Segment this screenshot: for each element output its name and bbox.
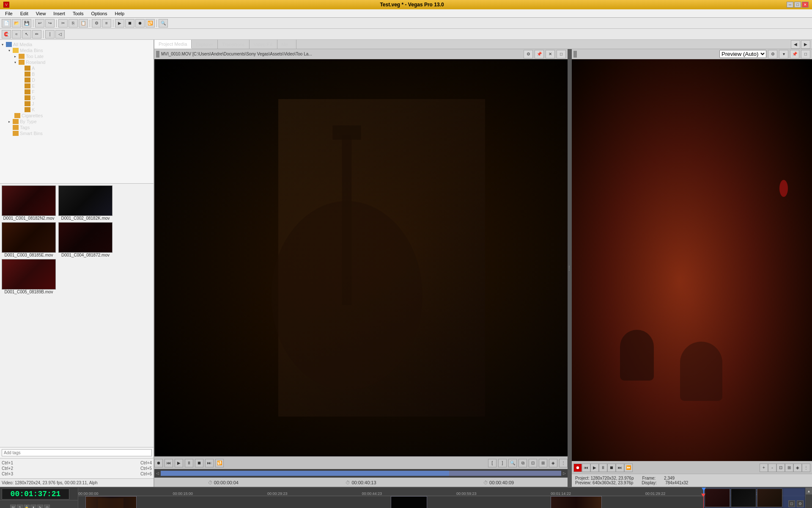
edit-button[interactable]: ✏ [32,30,41,39]
preview-safe-areas-button[interactable]: ⊡ [529,459,537,467]
video-clip-2[interactable] [391,496,427,508]
paste-button[interactable]: 📋 [79,19,88,28]
right-stop-button[interactable]: ⏹ [607,464,616,472]
timebar-track[interactable] [161,471,561,476]
right-zoom-in-button[interactable]: + [760,464,768,472]
menu-tools[interactable]: Tools [69,11,87,17]
preview-grid-button[interactable]: ⊞ [539,459,547,467]
close-button[interactable]: ✕ [802,2,809,8]
preview-options-button[interactable]: ⚙ [524,50,533,58]
tree-item-e[interactable]: E [2,83,152,89]
preview-timebar[interactable]: ◁ ▷ [154,469,568,478]
menu-edit[interactable]: Edit [17,11,32,17]
tree-item-too-late[interactable]: ▸ Too Late [2,53,152,59]
preview-out-point-button[interactable]: ] [498,459,507,467]
play-button-tb[interactable]: ▶ [115,19,124,28]
select-button[interactable]: ↖ [22,30,31,39]
tree-item-smart-bins[interactable]: Smart Bins [2,130,152,136]
video-clip-3[interactable] [551,496,601,508]
thumbnail-item-4[interactable]: D001_C004_081872.mov [58,222,113,257]
tab-explorer[interactable]: Explorer [192,40,218,49]
right-prev-button[interactable]: ⏮ [582,464,590,472]
zoom-in-button[interactable]: 🔍 [159,19,168,28]
media-tree[interactable]: ▾ All Media ▾ Media Bins ▸ Too Late ▾ Ro… [0,40,154,184]
right-split2-button[interactable]: ⋮ [802,464,810,472]
menu-options[interactable]: Options [88,11,111,17]
split-button[interactable]: | [45,30,55,39]
thumbnail-item-1[interactable]: D001_C001_08182N2.mov [2,185,57,221]
right-clip-3[interactable] [757,489,782,507]
video-track[interactable]: ⚙ ⊡ [78,496,805,508]
tree-item-j[interactable]: J [2,101,152,107]
right-marker-button[interactable]: ◈ [793,464,802,472]
right-play-button[interactable]: ▶ [590,464,599,472]
menu-help[interactable]: Help [111,11,128,17]
tree-item-media-bins[interactable]: ▾ Media Bins [2,47,152,53]
right-track-settings[interactable]: ⚙ [797,500,804,507]
trim-button[interactable]: ◁ [55,30,65,39]
right-clip-1[interactable] [705,489,730,507]
thumbnail-item-2[interactable]: D001_C002_08182K.mov [58,185,113,221]
tree-item-d[interactable]: D [2,77,152,83]
video-fx-button[interactable]: fx [37,505,43,508]
video-lock-button[interactable]: 🔒 [24,505,30,508]
tree-item-tags[interactable]: Tags [2,124,152,130]
right-clip-2[interactable] [731,489,756,507]
right-panel-grip[interactable] [573,51,577,58]
right-record-button[interactable]: ⏺ [573,464,582,472]
preview-zoom-button[interactable]: 🔍 [508,459,517,467]
snap-button[interactable]: 🧲 [2,30,11,39]
properties-button[interactable]: ≡ [102,19,111,28]
tab-transitions[interactable]: Transitions [218,40,249,49]
preview-next-frame-button[interactable]: ⏭ [205,459,214,467]
preview-crop-button[interactable]: ⧉ [518,459,527,467]
undo-button[interactable]: ↩ [35,19,44,28]
open-button[interactable]: 📂 [12,19,21,28]
right-overlay-button[interactable]: ⊞ [785,464,793,472]
preview-pause-button[interactable]: ⏸ [185,459,193,467]
preview-mode-select[interactable]: Preview (Auto) Preview (Full) Preview (D… [719,50,766,58]
preview-prev-frame-button[interactable]: ⏮ [165,459,173,467]
right-next-button[interactable]: ⏭ [616,464,624,472]
preview-record-button[interactable]: ⏺ [154,459,163,467]
menu-insert[interactable]: Insert [50,11,69,17]
right-settings-button[interactable]: ⚙ [768,50,777,58]
right-track-properties[interactable]: ⊡ [788,500,795,507]
loop-button-tb[interactable]: 🔁 [145,19,155,28]
tree-item-g[interactable]: G [2,95,152,101]
tree-item-f[interactable]: F [2,89,152,95]
tab-me[interactable]: Me... [277,40,296,49]
preview-snap-button[interactable]: 📌 [535,50,544,58]
right-pause-button[interactable]: ⏸ [599,464,607,472]
ripple-button[interactable]: ≈ [12,30,21,39]
copy-button[interactable]: ⎘ [69,19,78,28]
preview-marker-button[interactable]: ◈ [549,459,557,467]
tree-item-b[interactable]: B [2,71,152,77]
menu-file[interactable]: File [2,11,16,17]
tree-item-cigarettes[interactable]: Cigarettes [2,113,152,119]
right-ff-button[interactable]: ⏩ [624,464,633,472]
preview-loop-button[interactable]: 🔁 [215,459,224,467]
cut-button[interactable]: ✂ [58,19,68,28]
vscroll-up[interactable]: ▲ [806,488,812,494]
tree-item-roseland[interactable]: ▾ Roseland [2,59,152,65]
tab-project-media[interactable]: Project Media [154,40,192,49]
right-zoom-out-button[interactable]: - [768,464,776,472]
panel-divider[interactable] [568,49,571,487]
save-button[interactable]: 💾 [22,19,31,28]
new-project-button[interactable]: 📄 [2,19,11,28]
right-expand-button[interactable]: □ [801,50,810,58]
tree-item-by-type[interactable]: ▸ By Type [2,119,152,124]
right-snap-button[interactable]: 📌 [790,50,799,58]
preview-split-button[interactable]: ⋮ [559,459,568,467]
vscroll-track[interactable] [806,494,812,508]
right-fit-button[interactable]: ⊡ [776,464,785,472]
preview-expand-button[interactable]: □ [557,50,566,58]
timeline-vscroll[interactable]: ▲ ▼ [805,488,812,508]
video-composite-button[interactable]: ◎ [44,505,50,508]
tab-arrow-left[interactable]: ◀ [791,40,800,49]
render-button[interactable]: ⚙ [92,19,101,28]
menu-view[interactable]: View [33,11,49,17]
redo-button[interactable]: ↪ [45,19,55,28]
record-button-tb[interactable]: ⏺ [135,19,145,28]
